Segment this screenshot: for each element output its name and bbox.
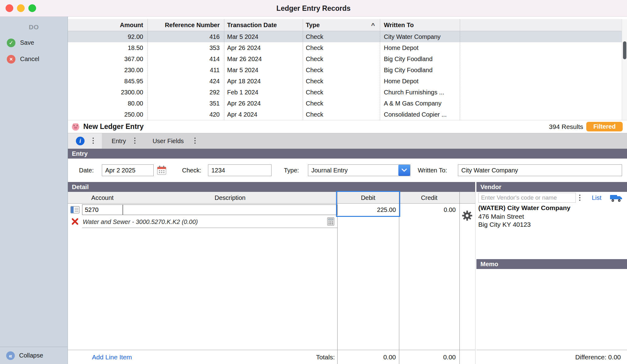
cell-type: Check (303, 98, 380, 109)
date-input[interactable] (102, 164, 154, 176)
detail-column-debit: Debit (337, 192, 399, 204)
sort-ascending-icon: ^ (371, 19, 375, 31)
cell-written-to: Big City Foodland (380, 53, 460, 64)
cell-amount: 230.00 (68, 64, 147, 76)
cell-date: Feb 1 2024 (224, 87, 303, 98)
add-line-item-link[interactable]: Add Line Item (92, 350, 132, 364)
table-row[interactable]: 92.00 416 Mar 5 2024 Check City Water Co… (68, 31, 622, 42)
scrollbar-thumb[interactable] (623, 41, 626, 59)
calendar-icon[interactable] (157, 165, 167, 175)
vendor-address-line1: 476 Main Street (478, 213, 524, 220)
cell-reference: 353 (147, 42, 224, 53)
records-table: 92.00 416 Mar 5 2024 Check City Water Co… (68, 31, 622, 120)
entry-tab-menu-icon[interactable] (134, 138, 135, 144)
cell-type: Check (303, 87, 380, 98)
tab-user-fields[interactable]: User Fields (145, 133, 191, 149)
gear-icon[interactable] (462, 210, 472, 221)
cell-date: Mar 26 2024 (224, 53, 303, 64)
account-hint-text: Water and Sewer - 3000.5270.K.K2 (0.00) (83, 216, 198, 228)
vendor-list-link[interactable]: List (592, 192, 601, 204)
memo-section-header: Memo (476, 259, 627, 269)
vendor-menu-icon[interactable] (579, 195, 580, 201)
app-window: Ledger Entry Records DO ✓ Save × Cancel … (0, 0, 627, 364)
table-row[interactable]: 250.00 420 Apr 4 2024 Check Consolidated… (68, 109, 622, 120)
cell-amount: 80.00 (68, 98, 147, 109)
filtered-badge[interactable]: Filtered (586, 122, 623, 131)
cell-type: Check (303, 76, 380, 87)
column-header-written-to[interactable]: Written To (380, 19, 460, 31)
detail-section-header: Detail (68, 182, 475, 192)
check-number-input[interactable] (208, 164, 272, 176)
vendor-section-header: Vendor (476, 182, 627, 192)
table-row[interactable]: 80.00 351 Apr 26 2024 Check A & M Gas Co… (68, 98, 622, 109)
detail-column-description: Description (123, 192, 337, 204)
type-label: Type: (284, 159, 299, 182)
cell-amount: 367.00 (68, 53, 147, 64)
written-to-input[interactable] (458, 164, 622, 176)
cell-date: Apr 26 2024 (224, 42, 303, 53)
table-scrollbar[interactable] (622, 19, 627, 120)
info-icon[interactable]: i (76, 137, 85, 145)
column-header-reference-number[interactable]: Reference Number (147, 19, 224, 31)
ledger-account-icon[interactable] (70, 206, 80, 215)
account-input[interactable] (82, 205, 123, 215)
window-title: Ledger Entry Records (0, 0, 627, 17)
column-header-transaction-date[interactable]: Transaction Date (224, 19, 303, 31)
save-label: Save (20, 39, 34, 46)
credit-cell[interactable]: 0.00 (399, 204, 459, 216)
totals-debit-value: 0.00 (337, 350, 399, 364)
vendor-search-input[interactable] (478, 193, 576, 203)
save-button[interactable]: ✓ Save (0, 35, 68, 51)
column-header-amount[interactable]: Amount (68, 19, 147, 31)
cell-amount: 92.00 (68, 31, 147, 42)
cell-amount: 2300.00 (68, 87, 147, 98)
entry-form: Date: Check: Type: Journal Entry Writte (68, 159, 627, 182)
collapse-label: Collapse (19, 352, 43, 359)
column-separator (460, 19, 460, 120)
description-input[interactable] (123, 205, 337, 215)
table-row[interactable]: 2300.00 292 Feb 1 2024 Check Church Furn… (68, 87, 622, 98)
detail-column-account: Account (82, 192, 123, 204)
debit-cell[interactable]: 225.00 (337, 204, 399, 216)
cancel-button[interactable]: × Cancel (0, 51, 68, 67)
cell-type: Check (303, 31, 380, 42)
cell-written-to: Church Furnishings ... (380, 87, 460, 98)
truck-icon[interactable] (610, 193, 623, 203)
cell-reference: 351 (147, 98, 224, 109)
sidebar-section-label: DO (0, 23, 68, 31)
table-row[interactable]: 845.95 424 Apr 18 2024 Check Home Depot (68, 76, 622, 87)
records-table-header: Amount Reference Number Transaction Date… (68, 19, 622, 31)
difference-value: Difference: 0.00 (575, 350, 621, 364)
table-row[interactable]: 367.00 414 Mar 26 2024 Check Big City Fo… (68, 53, 622, 64)
calculator-icon[interactable] (326, 217, 335, 226)
cell-reference: 292 (147, 87, 224, 98)
detail-column-credit: Credit (399, 192, 459, 204)
cell-written-to: Home Depot (380, 76, 460, 87)
detail-footer: Add Line Item Totals: 0.00 0.00 (68, 350, 475, 364)
chevron-down-icon[interactable] (398, 165, 410, 176)
delete-line-icon[interactable] (71, 217, 79, 225)
tab-entry[interactable]: Entry (105, 133, 133, 149)
collapse-chevrons-icon: « (6, 351, 15, 360)
cell-written-to: Big City Foodland (380, 64, 460, 76)
table-row[interactable]: 18.50 353 Apr 26 2024 Check Home Depot (68, 42, 622, 53)
table-row[interactable]: 230.00 411 Mar 5 2024 Check Big City Foo… (68, 64, 622, 76)
cell-amount: 845.95 (68, 76, 147, 87)
cell-type: Check (303, 64, 380, 76)
vendor-footer: Difference: 0.00 (476, 350, 627, 364)
collapse-button[interactable]: « Collapse (0, 347, 68, 364)
x-icon: × (7, 55, 15, 64)
type-dropdown-value: Journal Entry (311, 165, 348, 176)
cell-type: Check (303, 53, 380, 64)
cell-amount: 18.50 (68, 42, 147, 53)
column-header-type[interactable]: Type ^ (303, 19, 380, 31)
user-fields-tab-menu-icon[interactable] (194, 138, 196, 144)
column-separator (380, 19, 380, 120)
vendor-name: (WATER) City Water Company (478, 204, 571, 212)
type-dropdown[interactable]: Journal Entry (308, 164, 410, 176)
cell-date: Apr 18 2024 (224, 76, 303, 87)
entry-section-header: Entry (68, 149, 627, 159)
cancel-label: Cancel (20, 56, 39, 63)
vendor-address-line2: Big City KY 40123 (478, 221, 531, 228)
info-menu-icon[interactable] (93, 138, 94, 144)
